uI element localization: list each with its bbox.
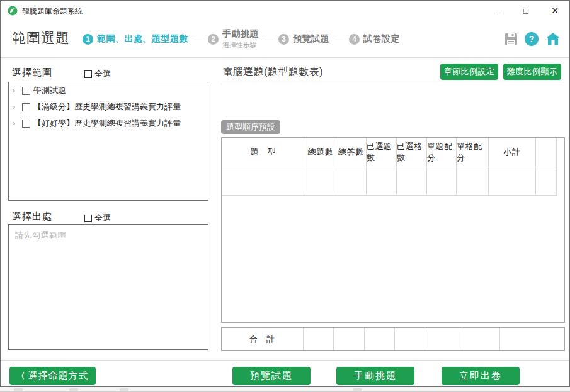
step-3-preview[interactable]: 3 預覽試題 <box>278 33 329 45</box>
taskbar-sliver <box>0 387 570 392</box>
type-order-preset-button[interactable]: 題型順序預設 <box>221 120 280 134</box>
table-cell <box>457 167 489 196</box>
total-cell <box>304 328 334 350</box>
step-separator: — <box>265 35 273 44</box>
preview-questions-button[interactable]: 預覽試題 <box>232 367 311 385</box>
minimize-button[interactable]: ─ <box>482 1 511 21</box>
col-total-answers: 總答數 <box>336 138 367 167</box>
step-3-label: 預覽試題 <box>293 33 329 45</box>
table-cell <box>336 167 367 196</box>
step-4-paper-settings[interactable]: 4 試卷設定 <box>349 33 400 45</box>
source-select-all[interactable]: 全選 <box>84 213 111 224</box>
app-title: 龍騰題庫命題系統 <box>22 6 83 17</box>
app-logo-icon <box>8 6 18 16</box>
chevron-right-icon[interactable]: › <box>13 104 19 110</box>
table-cell <box>427 167 457 196</box>
difficulty-ratio-button[interactable]: 難度比例顯示 <box>503 64 561 80</box>
save-icon[interactable] <box>504 33 518 46</box>
step-1-number: 1 <box>83 34 93 45</box>
main-panel-title: 電腦選題(題型題數表) <box>222 65 323 79</box>
col-points-per-blank: 單格配分 <box>457 138 489 167</box>
step-3-number: 3 <box>278 34 289 45</box>
total-row: 合 計 <box>221 327 565 351</box>
step-2-sublabel: 選擇性步驟 <box>222 40 259 50</box>
page-header: 範圍選題 1 範圍、出處、題型題數 — 2 手動挑題 選擇性步驟 — 3 預覽試… <box>1 21 569 58</box>
back-button-label: 選擇命題方式 <box>28 370 89 382</box>
total-cell <box>365 328 395 350</box>
step-1-label: 範圍、出處、題型題數 <box>97 33 188 45</box>
range-tree: › 學測試題 › 【滿級分】歷史學測總複習講義實力評量 › 【好好學】歷史學測總… <box>8 82 208 201</box>
tree-item-label: 【滿級分】歷史學測總複習講義實力評量 <box>33 101 181 113</box>
choose-method-back-button[interactable]: 〈 選擇命題方式 <box>9 367 96 385</box>
source-select-all-label: 全選 <box>94 213 111 224</box>
source-listbox: 請先勾選範圍 <box>8 224 208 350</box>
step-4-label: 試卷設定 <box>363 33 400 45</box>
step-separator: — <box>335 35 343 44</box>
col-points-per-question: 單題配分 <box>427 138 457 167</box>
tree-item-full-score[interactable]: › 【滿級分】歷史學測總複習講義實力評量 <box>9 99 208 115</box>
table-cell <box>367 167 397 196</box>
table-header-row: 題 型 總題數 總答數 已選題數 已選格數 單題配分 單格配分 小計 <box>222 138 557 167</box>
total-cell <box>334 328 365 350</box>
close-button[interactable]: ✕ <box>540 1 569 21</box>
generate-paper-button[interactable]: 立即出卷 <box>442 367 520 385</box>
step-1-range[interactable]: 1 範圍、出處、題型題數 <box>83 33 188 45</box>
footer-divider <box>1 360 569 361</box>
maximize-button[interactable]: □ <box>511 1 540 21</box>
panel-divider <box>221 84 563 84</box>
range-select-all-checkbox[interactable] <box>84 70 92 78</box>
step-2-number: 2 <box>208 34 219 45</box>
tree-item-label: 【好好學】歷史學測總複習講義實力評量 <box>33 118 181 129</box>
table-cell <box>305 167 336 196</box>
tree-item-checkbox[interactable] <box>22 120 30 128</box>
table-cell <box>536 167 557 196</box>
tree-item-exam[interactable]: › 學測試題 <box>9 82 208 99</box>
chevron-right-icon[interactable]: › <box>13 120 19 126</box>
total-cell <box>425 328 462 350</box>
help-icon[interactable]: ? <box>525 32 539 46</box>
step-separator: — <box>194 35 202 44</box>
col-selected-blanks: 已選格數 <box>397 138 427 167</box>
table-cell <box>222 167 305 196</box>
range-select-all-label: 全選 <box>94 69 111 80</box>
page-title: 範圍選題 <box>12 29 70 48</box>
tree-item-checkbox[interactable] <box>22 103 30 111</box>
chevron-left-icon: 〈 <box>17 371 25 382</box>
col-spacer <box>536 138 557 167</box>
step-indicator: 1 範圍、出處、題型題數 — 2 手動挑題 選擇性步驟 — 3 預覽試題 — 4… <box>83 21 400 57</box>
total-cell <box>500 328 564 350</box>
tree-item-study-well[interactable]: › 【好好學】歷史學測總複習講義實力評量 <box>9 115 208 132</box>
col-question-type: 題 型 <box>222 138 305 167</box>
home-icon[interactable] <box>545 32 561 46</box>
source-placeholder: 請先勾選範圍 <box>15 230 66 241</box>
chevron-right-icon[interactable]: › <box>13 87 19 94</box>
titlebar: 龍騰題庫命題系統 ─ □ ✕ <box>1 1 569 21</box>
total-label: 合 計 <box>222 328 304 350</box>
table-cell <box>489 167 536 196</box>
table-empty-row <box>222 167 557 196</box>
col-total-questions: 總題數 <box>305 138 336 167</box>
total-cell <box>462 328 500 350</box>
step-4-number: 4 <box>349 34 360 45</box>
table-cell <box>397 167 427 196</box>
manual-pick-button[interactable]: 手動挑題 <box>336 367 414 385</box>
source-panel-title: 選擇出處 <box>12 211 52 223</box>
app-window: 龍騰題庫命題系統 ─ □ ✕ 範圍選題 1 範圍、出處、題型題數 — 2 手動挑… <box>0 0 570 387</box>
step-2-manual-pick[interactable]: 2 手動挑題 選擇性步驟 <box>208 28 259 50</box>
question-type-table: 題 型 總題數 總答數 已選題數 已選格數 單題配分 單格配分 小計 <box>221 137 565 323</box>
chapter-ratio-button[interactable]: 章節比例設定 <box>440 64 498 80</box>
step-2-label: 手動挑題 <box>222 28 259 40</box>
tree-item-label: 學測試題 <box>33 85 66 96</box>
source-select-all-checkbox[interactable] <box>84 215 92 222</box>
col-subtotal: 小計 <box>489 138 536 167</box>
total-cell <box>395 328 425 350</box>
tree-item-checkbox[interactable] <box>22 87 30 95</box>
range-panel-title: 選擇範圍 <box>12 67 52 79</box>
range-select-all[interactable]: 全選 <box>84 69 111 80</box>
col-selected-questions: 已選題數 <box>367 138 397 167</box>
